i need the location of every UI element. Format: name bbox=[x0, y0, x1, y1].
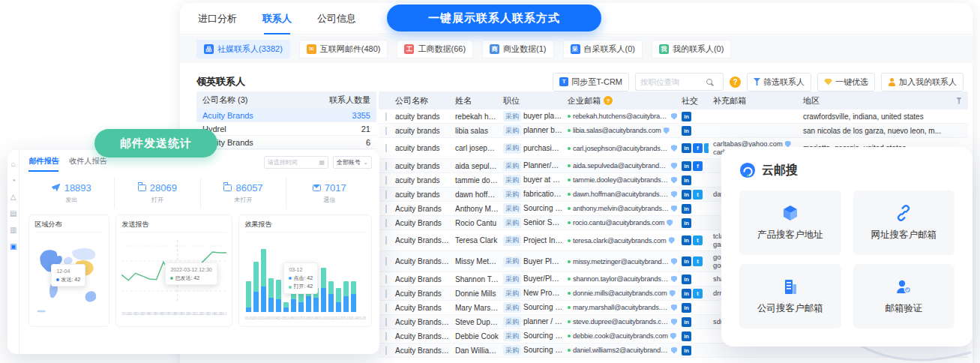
role-text: Planner/Buyer bbox=[523, 161, 563, 170]
company-row[interactable]: Hydrel21 bbox=[196, 122, 376, 136]
checkbox-cell bbox=[379, 257, 391, 266]
company-row[interactable]: Acuity Brands3355 bbox=[196, 109, 376, 122]
source-tab[interactable]: 品社媒联系人(3382) bbox=[196, 40, 290, 58]
linkedin-icon[interactable]: in bbox=[682, 256, 691, 266]
sync-tcrm-button[interactable]: T 同步至T-CRM bbox=[553, 73, 629, 92]
briefcase-icon[interactable]: ▤ bbox=[10, 210, 16, 218]
question-badge-icon[interactable]: ? bbox=[604, 96, 613, 105]
row-checkbox[interactable] bbox=[385, 304, 387, 312]
verified-shield-icon bbox=[670, 333, 676, 340]
position-search-input[interactable] bbox=[640, 77, 706, 86]
tab-进口分析[interactable]: 进口分析 bbox=[198, 3, 237, 34]
linkedin-icon[interactable]: in bbox=[682, 143, 691, 153]
click-segment bbox=[291, 299, 296, 312]
cloud-card[interactable]: 公司搜客户邮箱 bbox=[739, 264, 841, 328]
linkedin-icon[interactable]: in bbox=[682, 161, 691, 171]
checkbox-cell bbox=[379, 112, 391, 121]
filter-contacts-button[interactable]: 筛选联系人 bbox=[747, 73, 811, 92]
row-checkbox[interactable] bbox=[385, 112, 387, 121]
row-checkbox[interactable] bbox=[385, 205, 387, 213]
company-row[interactable]: Acuity Brands6 bbox=[196, 136, 376, 149]
role-text: Sourcing Specialist bbox=[523, 332, 563, 340]
row-checkbox[interactable] bbox=[385, 318, 387, 326]
linkedin-icon[interactable]: in bbox=[682, 289, 691, 298]
twitter-icon[interactable]: t bbox=[693, 190, 703, 200]
linkedin-icon[interactable]: in bbox=[682, 126, 691, 136]
email-cell: aida.sepulveda@acuitybrands.com bbox=[563, 162, 677, 170]
source-tab[interactable]: ✉互联网邮件(480) bbox=[299, 40, 388, 58]
report-icon[interactable]: ▥ bbox=[10, 226, 16, 234]
bell-icon[interactable]: △ bbox=[10, 194, 16, 201]
cloud-card[interactable]: 邮箱验证 bbox=[853, 264, 955, 328]
row-checkbox[interactable] bbox=[385, 236, 387, 244]
row-checkbox[interactable] bbox=[385, 219, 387, 227]
cloud-card[interactable]: 网址搜客户邮箱 bbox=[853, 190, 955, 255]
stacked-bar bbox=[246, 281, 251, 312]
purchase-tag: 采购 bbox=[503, 143, 521, 154]
facebook-icon[interactable]: f bbox=[693, 161, 703, 171]
one-click-pick-button[interactable]: 一键优选 bbox=[817, 73, 875, 92]
mail-tab[interactable]: 邮件报告 bbox=[28, 156, 58, 170]
calendar-icon[interactable]: ▣ bbox=[10, 243, 16, 250]
row-checkbox[interactable] bbox=[385, 257, 387, 266]
linkedin-icon[interactable]: in bbox=[682, 303, 691, 313]
linkedin-icon[interactable]: in bbox=[682, 317, 691, 327]
search-icon[interactable] bbox=[706, 79, 712, 85]
name-cell: rebekah hutchens bbox=[451, 112, 499, 121]
tab-公司信息[interactable]: 公司信息 bbox=[317, 3, 356, 34]
linkedin-icon[interactable]: in bbox=[682, 204, 691, 214]
row-checkbox[interactable] bbox=[385, 190, 387, 199]
twitter-icon[interactable]: t bbox=[693, 289, 703, 298]
calendar-icon: ▦ bbox=[319, 159, 325, 166]
source-tab[interactable]: 商商业数据(1) bbox=[482, 40, 553, 58]
row-checkbox[interactable] bbox=[385, 290, 387, 298]
verified-shield-icon bbox=[671, 206, 677, 212]
source-tab[interactable]: 工工商数据(66) bbox=[397, 40, 473, 58]
mail-tab[interactable]: 收件人报告 bbox=[69, 156, 106, 170]
linkedin-icon[interactable]: in bbox=[682, 274, 691, 284]
linkedin-icon[interactable]: in bbox=[682, 346, 691, 356]
linkedin-icon[interactable]: in bbox=[682, 218, 691, 228]
twitter-icon[interactable]: t bbox=[693, 256, 703, 266]
tab-联系人[interactable]: 联系人 bbox=[262, 3, 292, 34]
linkedin-icon[interactable]: in bbox=[682, 190, 691, 200]
row-checkbox[interactable] bbox=[385, 275, 387, 284]
linkedin-icon[interactable]: in bbox=[682, 236, 691, 245]
date-range-picker[interactable]: 请选择时间 ▦ bbox=[264, 156, 328, 169]
row-checkbox[interactable] bbox=[385, 346, 387, 355]
stats-icon[interactable]: ◔ bbox=[11, 177, 16, 184]
column-header-c-company: 公司名称 bbox=[391, 95, 451, 106]
facebook-icon[interactable]: f bbox=[693, 143, 703, 153]
mail-stat: 7017退信 bbox=[286, 177, 372, 208]
twitter-icon[interactable]: t bbox=[693, 236, 703, 245]
click-segment bbox=[268, 298, 274, 312]
row-checkbox[interactable] bbox=[385, 176, 387, 184]
add-to-my-contacts-button[interactable]: 加入我的联系人 bbox=[881, 73, 964, 92]
help-icon[interactable]: ? bbox=[730, 76, 741, 88]
linkedin-icon[interactable]: in bbox=[682, 176, 691, 185]
account-select[interactable]: 全部账号 ⌄ bbox=[333, 156, 372, 169]
row-checkbox[interactable] bbox=[385, 162, 387, 170]
source-tab-label: 我的联系人(0) bbox=[673, 44, 724, 55]
valid-dot-icon bbox=[568, 306, 571, 309]
row-checkbox[interactable] bbox=[385, 144, 387, 152]
source-tab-label: 工商数据(66) bbox=[418, 44, 466, 55]
linkedin-icon[interactable]: in bbox=[682, 112, 691, 122]
row-checkbox[interactable] bbox=[385, 332, 387, 340]
table-row: acuity brandslibia salas采购planner buyerl… bbox=[379, 124, 968, 138]
purchase-tag: 采购 bbox=[503, 203, 521, 214]
region-cell: crawfordsville, indiana, united states bbox=[799, 112, 968, 121]
home-icon[interactable]: ⌂ bbox=[11, 160, 16, 168]
linkedin-icon[interactable]: in bbox=[682, 332, 691, 341]
open-segment bbox=[268, 278, 274, 298]
stacked-bar bbox=[268, 278, 274, 312]
region-filter-icon[interactable] bbox=[956, 98, 962, 104]
source-tab[interactable]: 采自采联系人(0) bbox=[563, 40, 643, 58]
cloud-card[interactable]: 产品搜客户地址 bbox=[739, 190, 841, 255]
source-tab[interactable]: 我我的联系人(0) bbox=[652, 40, 731, 58]
row-checkbox[interactable] bbox=[385, 127, 387, 135]
social-cell: in bbox=[677, 218, 709, 228]
social-cell: in bbox=[677, 317, 709, 327]
column-header-label: 企业邮箱 bbox=[568, 95, 601, 106]
folder-icon bbox=[223, 184, 232, 191]
